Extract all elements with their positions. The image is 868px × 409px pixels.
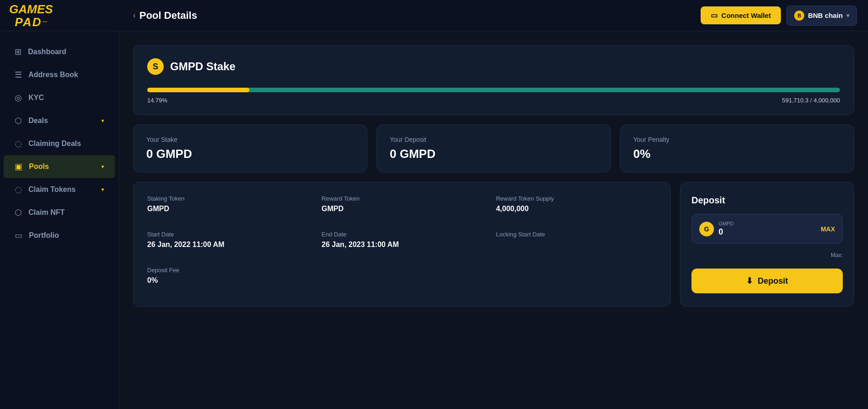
max-info: Max: (691, 252, 843, 258)
detail-value-3: 26 Jan, 2022 11:00 AM (147, 241, 308, 249)
stat-value-1: 0 GMPD (390, 147, 597, 161)
layout: ⊞ Dashboard ☰ Address Book ◎ KYC ⬡ Deals… (0, 31, 868, 409)
sidebar-item-label-claim-nft: Claim NFT (28, 208, 104, 217)
main-content: S GMPD Stake 14.79% 591,710.3 / 4,000,00… (119, 31, 868, 409)
sidebar-item-label-dashboard: Dashboard (28, 48, 104, 56)
detail-label-2: Reward Token Supply (496, 195, 657, 202)
stat-card-2: Your Penalty 0% (620, 124, 854, 173)
deposit-button-label: Deposit (757, 276, 788, 286)
pool-header-card: S GMPD Stake 14.79% 591,710.3 / 4,000,00… (133, 45, 854, 115)
detail-item-3: Start Date 26 Jan, 2022 11:00 AM (147, 231, 308, 258)
dashboard-nav-icon: ⊞ (15, 47, 22, 57)
sidebar: ⊞ Dashboard ☰ Address Book ◎ KYC ⬡ Deals… (0, 31, 119, 409)
connect-wallet-label: Connect Wallet (721, 11, 771, 19)
chevron-down-icon: ▾ (101, 118, 104, 124)
pool-title-row: S GMPD Stake (147, 58, 840, 75)
stat-card-1: Your Deposit 0 GMPD (376, 124, 611, 173)
progress-fill-yellow (147, 88, 249, 92)
progress-amount: 591,710.3 / 4,000,000 (782, 97, 840, 104)
detail-label-4: End Date (321, 231, 482, 238)
detail-item-2: Reward Token Supply 4,000,000 (496, 195, 657, 222)
stat-label-0: Your Stake (146, 136, 354, 143)
detail-value-2: 4,000,000 (496, 205, 657, 213)
progress-bar (147, 88, 840, 92)
sidebar-item-label-portfolio: Portfolio (29, 231, 104, 240)
sidebar-item-claiming-deals[interactable]: ◌ Claiming Deals (4, 132, 115, 155)
deposit-button[interactable]: ⬇ Deposit (691, 269, 843, 293)
stat-card-0: Your Stake 0 GMPD (133, 124, 367, 173)
pool-name: GMPD Stake (170, 60, 236, 73)
chevron-down-icon: ▾ (101, 186, 104, 193)
header: GAMES PAD ─ ‹ Pool Details ▭ Connect Wal… (0, 0, 868, 31)
details-card: Staking Token GMPD Reward Token GMPD Rew… (133, 182, 671, 307)
claim-nft-nav-icon: ⬡ (15, 207, 22, 218)
deposit-input-wrap: G GMPD MAX (691, 214, 843, 244)
connect-wallet-button[interactable]: ▭ Connect Wallet (701, 6, 781, 24)
kyc-nav-icon: ◎ (15, 93, 22, 103)
bnb-chain-icon: B (794, 11, 804, 21)
sidebar-item-label-pools: Pools (29, 162, 95, 171)
deposit-input-inner: GMPD (719, 221, 816, 237)
sidebar-item-pools[interactable]: ▣ Pools ▾ (4, 155, 115, 178)
logo-top: GAMES (9, 3, 53, 16)
logo: GAMES PAD ─ (9, 3, 53, 28)
breadcrumb: ‹ Pool Details (119, 10, 701, 22)
pools-nav-icon: ▣ (15, 162, 22, 172)
sidebar-item-label-address-book: Address Book (28, 71, 104, 79)
detail-item-1: Reward Token GMPD (321, 195, 482, 222)
address-book-nav-icon: ☰ (15, 70, 22, 80)
detail-value-0: GMPD (147, 205, 308, 213)
sidebar-item-dashboard[interactable]: ⊞ Dashboard (4, 40, 115, 63)
sidebar-item-portfolio[interactable]: ▭ Portfolio (4, 224, 115, 247)
sidebar-item-claim-nft[interactable]: ⬡ Claim NFT (4, 201, 115, 224)
detail-label-3: Start Date (147, 231, 308, 238)
gmpd-coin-icon: G (699, 222, 714, 236)
sidebar-item-kyc[interactable]: ◎ KYC (4, 86, 115, 109)
gmpd-stake-icon: S (147, 58, 164, 75)
detail-label-6: Deposit Fee (147, 267, 308, 274)
chevron-down-icon: ▾ (846, 12, 849, 19)
detail-value-4: 26 Jan, 2023 11:00 AM (321, 241, 482, 249)
detail-value-6: 0% (147, 276, 308, 285)
sidebar-item-label-claiming-deals: Claiming Deals (28, 140, 104, 148)
detail-value-1: GMPD (321, 205, 482, 213)
portfolio-nav-icon: ▭ (15, 230, 22, 241)
logo-bottom: PAD (15, 16, 42, 28)
network-selector-button[interactable]: B BNB chain ▾ (786, 6, 857, 26)
detail-item-0: Staking Token GMPD (147, 195, 308, 222)
deals-nav-icon: ⬡ (15, 116, 22, 126)
claiming-deals-nav-icon: ◌ (15, 139, 22, 149)
detail-label-0: Staking Token (147, 195, 308, 202)
detail-label-5: Locking Start Date (496, 231, 657, 238)
chevron-down-icon: ▾ (101, 163, 104, 170)
detail-item-6: Deposit Fee 0% (147, 267, 308, 293)
details-deposit-row: Staking Token GMPD Reward Token GMPD Rew… (133, 182, 854, 307)
deposit-token-label: GMPD (719, 221, 816, 226)
stat-value-2: 0% (633, 147, 841, 161)
detail-item-5: Locking Start Date (496, 231, 657, 258)
claim-tokens-nav-icon: ◌ (15, 185, 22, 195)
sidebar-item-deals[interactable]: ⬡ Deals ▾ (4, 109, 115, 132)
progress-percentage: 14.79% (147, 97, 167, 104)
deposit-title: Deposit (691, 195, 843, 206)
progress-fill-teal (147, 88, 840, 92)
deposit-card: Deposit G GMPD MAX Max: ⬇ Deposit (680, 182, 854, 307)
detail-label-1: Reward Token (321, 195, 482, 202)
wallet-icon: ▭ (711, 11, 718, 20)
back-button[interactable]: ‹ (133, 11, 136, 20)
sidebar-item-claim-tokens[interactable]: ◌ Claim Tokens ▾ (4, 178, 115, 201)
sidebar-item-address-book[interactable]: ☰ Address Book (4, 63, 115, 86)
stat-label-2: Your Penalty (633, 136, 841, 143)
detail-item-4: End Date 26 Jan, 2023 11:00 AM (321, 231, 482, 258)
header-right: ▭ Connect Wallet B BNB chain ▾ (701, 6, 857, 26)
network-label: BNB chain (808, 11, 843, 19)
sidebar-item-label-kyc: KYC (28, 94, 104, 102)
sidebar-item-label-claim-tokens: Claim Tokens (28, 185, 95, 194)
stats-row: Your Stake 0 GMPD Your Deposit 0 GMPD Yo… (133, 124, 854, 173)
logo-area: GAMES PAD ─ (0, 3, 119, 28)
stat-value-0: 0 GMPD (146, 147, 354, 161)
deposit-amount-input[interactable] (719, 227, 816, 237)
max-button[interactable]: MAX (821, 225, 835, 233)
progress-labels: 14.79% 591,710.3 / 4,000,000 (147, 97, 840, 104)
page-title: Pool Details (139, 10, 197, 22)
